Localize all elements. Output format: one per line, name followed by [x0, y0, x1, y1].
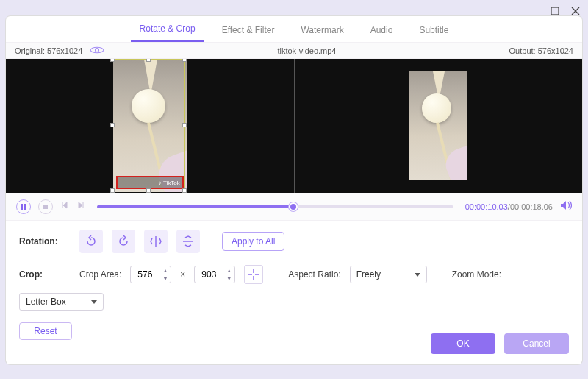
dialog-footer: OK Cancel	[6, 333, 582, 354]
crop-row: Crop: Crop Area: ▲▼ × ▲▼ Aspect Ratio: F…	[19, 265, 569, 311]
original-size-label: Original: 576x1024	[15, 46, 82, 55]
eye-icon[interactable]	[90, 46, 104, 56]
watermark-region: ♪ TikTok	[116, 176, 184, 189]
crop-width-input[interactable]	[131, 269, 159, 280]
controls-area: Rotation: Apply to All Crop: Crop Ar	[6, 221, 582, 346]
tab-subtitle[interactable]: Subtitle	[410, 19, 457, 42]
crop-height-up[interactable]: ▲	[223, 266, 234, 274]
video-thumbnail-output	[409, 71, 467, 180]
svg-rect-0	[551, 7, 559, 15]
rotation-row: Rotation: Apply to All	[19, 230, 569, 253]
maximize-icon[interactable]	[550, 6, 560, 16]
prev-frame-button[interactable]	[60, 201, 69, 212]
apply-to-all-button[interactable]: Apply to All	[222, 232, 284, 251]
flip-horizontal-button[interactable]	[144, 230, 168, 253]
crop-area-label: Crop Area:	[79, 269, 121, 280]
cancel-button[interactable]: Cancel	[504, 333, 569, 354]
timeline-slider[interactable]	[97, 205, 453, 208]
crop-width-up[interactable]: ▲	[159, 266, 171, 274]
preview-area: ♪ TikTok	[6, 59, 582, 193]
zoom-mode-select[interactable]: Letter Box	[19, 293, 104, 311]
flip-vertical-button[interactable]	[176, 230, 200, 253]
video-thumbnail-original: ♪ TikTok	[113, 60, 187, 192]
svg-rect-2	[21, 204, 23, 210]
rotation-label: Rotation:	[19, 236, 71, 247]
pause-button[interactable]	[16, 199, 31, 214]
crop-height-down[interactable]: ▼	[223, 274, 234, 283]
crop-height-input[interactable]	[195, 269, 223, 280]
crop-label: Crop:	[19, 269, 71, 280]
volume-icon[interactable]	[560, 200, 572, 213]
time-display: 00:00:10.03/00:00:18.06	[465, 202, 553, 211]
chevron-down-icon	[415, 273, 420, 277]
tab-effect-filter[interactable]: Effect & Filter	[213, 19, 284, 42]
timeline-knob[interactable]	[289, 202, 298, 211]
editor-panel: Rotate & Crop Effect & Filter Watermark …	[6, 16, 582, 364]
center-crop-button[interactable]	[244, 265, 263, 284]
crop-width-stepper[interactable]: ▲▼	[130, 266, 171, 283]
zoom-mode-label: Zoom Mode:	[452, 269, 501, 280]
window-root: Rotate & Crop Effect & Filter Watermark …	[0, 0, 588, 379]
dimension-times-label: ×	[180, 269, 185, 280]
rotate-left-button[interactable]	[79, 230, 103, 253]
crop-width-down[interactable]: ▼	[159, 274, 171, 283]
output-preview	[295, 59, 583, 193]
tab-watermark[interactable]: Watermark	[292, 19, 352, 42]
svg-point-1	[96, 48, 99, 52]
playback-bar: 00:00:10.03/00:00:18.06	[6, 193, 582, 221]
next-frame-button[interactable]	[76, 201, 85, 212]
aspect-ratio-label: Aspect Ratio:	[288, 269, 340, 280]
aspect-ratio-select[interactable]: Freely	[350, 266, 427, 283]
tabs-bar: Rotate & Crop Effect & Filter Watermark …	[6, 16, 582, 43]
crop-height-stepper[interactable]: ▲▼	[194, 266, 235, 283]
stop-button[interactable]	[38, 199, 53, 214]
original-preview[interactable]: ♪ TikTok	[6, 59, 294, 193]
tab-audio[interactable]: Audio	[362, 19, 402, 42]
svg-rect-4	[43, 205, 48, 209]
chevron-down-icon	[91, 300, 97, 304]
output-size-label: Output: 576x1024	[509, 46, 573, 55]
ok-button[interactable]: OK	[431, 333, 495, 354]
close-icon[interactable]	[570, 6, 581, 16]
svg-rect-3	[24, 204, 26, 210]
rotate-right-button[interactable]	[112, 230, 135, 253]
filename-label: tiktok-video.mp4	[277, 46, 336, 55]
info-bar: Original: 576x1024 tiktok-video.mp4 Outp…	[6, 43, 582, 59]
tab-rotate-crop[interactable]: Rotate & Crop	[131, 18, 204, 42]
